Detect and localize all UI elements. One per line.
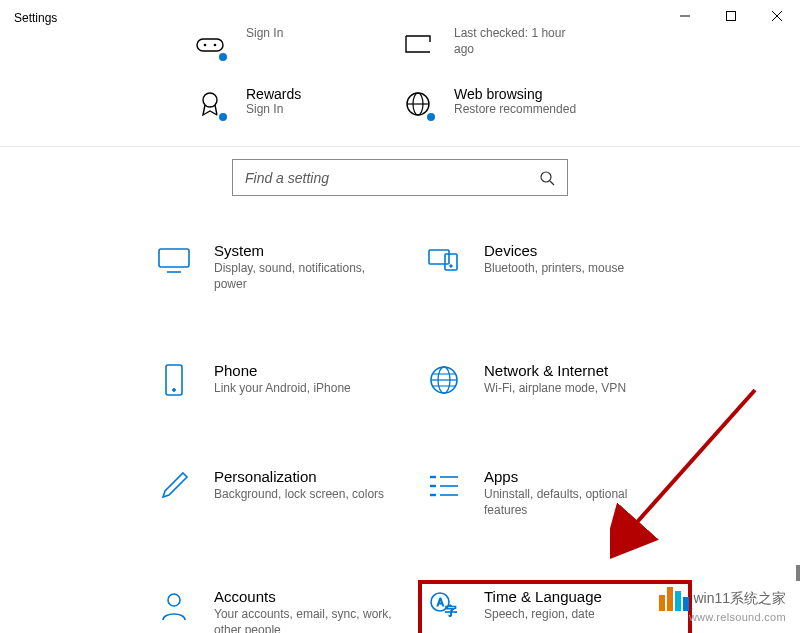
search-input[interactable] [245,170,555,186]
svg-point-31 [168,594,180,606]
category-title: Personalization [214,468,384,485]
phone-icon [156,362,192,398]
svg-point-11 [541,172,551,182]
category-accounts[interactable]: Accounts Your accounts, email, sync, wor… [150,582,420,633]
search-area [0,147,800,236]
network-icon [426,362,462,398]
quick-sub: Sign In [246,102,301,118]
svg-text:A: A [437,597,444,608]
svg-line-12 [550,181,554,185]
category-title: Network & Internet [484,362,626,379]
category-system[interactable]: System Display, sound, notifications, po… [150,236,420,298]
quick-title: Web browsing [454,86,576,102]
svg-rect-13 [159,249,189,267]
status-badge-icon [217,51,229,63]
window-buttons [662,0,800,32]
svg-point-6 [214,44,217,47]
category-sub: Uninstall, defaults, optional features [484,487,664,518]
svg-point-17 [450,265,452,267]
category-title: Time & Language [484,588,602,605]
category-network[interactable]: Network & Internet Wi-Fi, airplane mode,… [420,356,690,404]
category-title: Devices [484,242,624,259]
quick-item-web-browsing[interactable]: Web browsing Restore recommended [400,82,600,126]
personalization-icon [156,468,192,504]
svg-text:字: 字 [445,604,457,618]
svg-point-19 [173,389,176,392]
apps-icon [426,468,462,504]
time-language-icon: A字 [426,588,462,624]
status-badge-icon [217,111,229,123]
svg-rect-15 [429,250,449,264]
search-icon [539,170,555,186]
category-sub: Link your Android, iPhone [214,381,351,397]
category-title: System [214,242,394,259]
category-phone[interactable]: Phone Link your Android, iPhone [150,356,420,404]
accounts-icon [156,588,192,624]
settings-categories: System Display, sound, notifications, po… [0,236,800,633]
window-title: Settings [0,11,57,25]
quick-sub: Restore recommended [454,102,576,118]
devices-icon [426,242,462,278]
category-devices[interactable]: Devices Bluetooth, printers, mouse [420,236,690,298]
close-icon [772,11,782,21]
category-personalization[interactable]: Personalization Background, lock screen,… [150,462,420,524]
system-icon [156,242,192,278]
update-icon [400,26,436,62]
category-sub: Your accounts, email, sync, work, other … [214,607,394,633]
category-sub: Display, sound, notifications, power [214,261,394,292]
maximize-button[interactable] [708,0,754,32]
category-sub: Speech, region, date [484,607,602,623]
category-sub: Bluetooth, printers, mouse [484,261,624,277]
status-badge-icon [425,111,437,123]
category-sub: Background, lock screen, colors [214,487,384,503]
quick-item-rewards[interactable]: Rewards Sign In [192,82,392,126]
watermark-logo-icon [659,587,689,611]
rewards-icon [192,86,228,122]
maximize-icon [726,11,736,21]
category-time-language[interactable]: A字 Time & Language Speech, region, date [418,580,692,633]
category-title: Apps [484,468,664,485]
xbox-icon [192,26,228,62]
quick-status-area: Sign In Last checked: 1 hour ago Rewards… [0,22,800,146]
svg-rect-4 [197,39,223,51]
quick-title: Rewards [246,86,301,102]
category-title: Phone [214,362,351,379]
close-button[interactable] [754,0,800,32]
search-box[interactable] [232,159,568,196]
watermark-text: win11系统之家 [693,590,786,608]
category-title: Accounts [214,588,394,605]
category-sub: Wi-Fi, airplane mode, VPN [484,381,626,397]
watermark-url: www.relsound.com [659,611,786,623]
minimize-button[interactable] [662,0,708,32]
svg-point-5 [204,44,207,47]
svg-rect-1 [727,12,736,21]
globe-icon [400,86,436,122]
category-apps[interactable]: Apps Uninstall, defaults, optional featu… [420,462,690,524]
scrollbar-thumb[interactable] [796,565,800,581]
watermark: win11系统之家 www.relsound.com [659,587,786,623]
minimize-icon [680,11,690,21]
svg-point-7 [203,93,217,107]
